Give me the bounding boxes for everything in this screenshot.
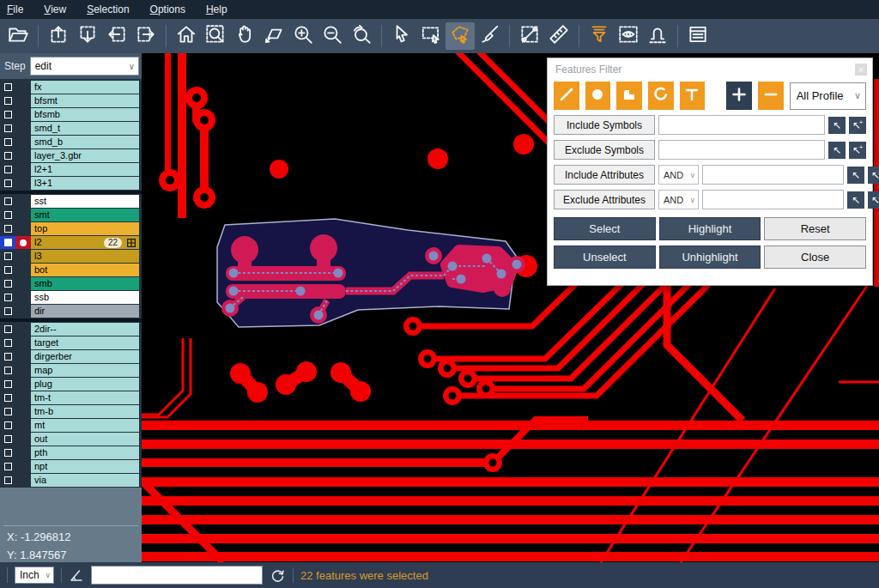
layer-row[interactable]: smt [0, 209, 142, 221]
grid-icon[interactable] [127, 239, 136, 247]
layer-row[interactable]: fx [0, 81, 142, 94]
sync-icon[interactable] [270, 567, 286, 584]
layer-visibility-checkbox[interactable] [0, 236, 15, 249]
layer-row[interactable]: npt [0, 460, 142, 473]
layer-visibility-checkbox[interactable] [0, 222, 15, 235]
import-right-button[interactable] [131, 22, 161, 50]
layer-visibility-checkbox[interactable] [0, 264, 15, 276]
layer-row[interactable]: tm-b [0, 405, 142, 418]
menu-selection[interactable]: Selection [87, 3, 129, 15]
pick-from-canvas-button[interactable]: ↖ [847, 191, 864, 209]
layer-row[interactable]: plug [0, 378, 142, 391]
layer-row[interactable]: smd_t [0, 122, 142, 135]
filter-remove-mode-button[interactable] [758, 82, 784, 110]
layer-visibility-checkbox[interactable] [0, 378, 15, 391]
filter-text-button[interactable] [680, 82, 706, 110]
pick-add-from-canvas-button[interactable]: ↖+ [849, 142, 866, 159]
dialog-action-button[interactable]: Unhighlight [659, 246, 761, 269]
filter-row-label-button[interactable]: Exclude Symbols [554, 140, 655, 160]
and-or-select[interactable]: AND ∨ [658, 190, 699, 209]
dialog-title-bar[interactable]: Features Filter × [548, 58, 872, 80]
layer-row[interactable]: l3+1 [0, 177, 142, 190]
layer-row[interactable]: l3 [0, 250, 142, 263]
layer-row[interactable]: top [0, 222, 142, 235]
import-top-button[interactable] [44, 22, 73, 50]
import-left-button[interactable] [102, 22, 131, 50]
layer-row[interactable]: via [0, 474, 142, 487]
filter-pad-button[interactable] [585, 82, 611, 110]
layer-visibility-checkbox[interactable] [0, 419, 15, 432]
layers-panel-button[interactable] [683, 22, 712, 50]
layer-row[interactable]: layer_3.gbr [0, 149, 142, 162]
layer-visibility-checkbox[interactable] [0, 177, 15, 190]
layer-visibility-checkbox[interactable] [0, 474, 15, 487]
pick-from-canvas-button[interactable]: ↖ [828, 142, 846, 159]
layer-row[interactable]: bot [0, 264, 142, 276]
zoom-window-button[interactable] [201, 22, 230, 50]
dialog-action-button[interactable]: Unselect [554, 246, 656, 269]
measure-point-button[interactable] [515, 22, 544, 50]
filter-value-input[interactable] [702, 190, 844, 209]
layer-visibility-checkbox[interactable] [0, 81, 15, 94]
features-filter-button[interactable] [585, 22, 614, 50]
view-features-button[interactable] [614, 22, 643, 50]
zoom-in-button[interactable] [288, 22, 318, 50]
menu-file[interactable]: File [7, 3, 23, 15]
select-cursor-button[interactable] [387, 22, 416, 50]
layer-row[interactable]: smd_b [0, 136, 142, 149]
step-select[interactable]: edit ∨ [30, 57, 139, 76]
layer-row[interactable]: pth [0, 446, 142, 459]
layer-visibility-checkbox[interactable] [0, 350, 15, 363]
layer-row[interactable]: tm-t [0, 391, 142, 404]
layer-visibility-checkbox[interactable] [0, 364, 15, 377]
layer-row[interactable]: bfsmt [0, 94, 142, 107]
pick-add-from-canvas-button[interactable]: ↖+ [868, 167, 879, 184]
pick-add-from-canvas-button[interactable]: ↖+ [849, 117, 866, 134]
layer-visibility-checkbox[interactable] [0, 446, 15, 459]
polygon-select-button[interactable] [446, 22, 475, 50]
pick-from-canvas-button[interactable]: ↖ [847, 167, 864, 184]
layer-visibility-checkbox[interactable] [0, 108, 15, 121]
layer-row[interactable]: dir [0, 305, 142, 318]
menu-help[interactable]: Help [206, 3, 227, 15]
menu-options[interactable]: Options [150, 3, 185, 15]
layer-row[interactable]: l2+1 [0, 163, 142, 176]
drag-view-button[interactable] [259, 22, 288, 50]
angle-measure-icon[interactable] [69, 567, 84, 583]
layer-row[interactable]: bfsmb [0, 108, 142, 121]
layer-visibility-checkbox[interactable] [0, 277, 15, 290]
layer-visibility-checkbox[interactable] [0, 94, 15, 107]
layer-row[interactable]: target [0, 336, 142, 349]
clear-selection-button[interactable] [475, 22, 504, 50]
units-select[interactable]: Inch ∨ [15, 567, 54, 584]
and-or-select[interactable]: AND ∨ [658, 165, 699, 185]
layer-visibility-checkbox[interactable] [0, 195, 15, 208]
snap-button[interactable] [643, 22, 672, 50]
layer-row[interactable]: sst [0, 195, 142, 208]
filter-surface-button[interactable] [616, 82, 642, 110]
layer-row[interactable]: 2dir-- [0, 323, 142, 336]
filter-row-label-button[interactable]: Exclude Attributes [554, 190, 655, 209]
profile-select[interactable]: All Profile ∨ [790, 82, 866, 110]
close-icon[interactable]: × [855, 64, 867, 76]
zoom-out-button[interactable] [318, 22, 347, 50]
layer-row[interactable]: map [0, 364, 142, 377]
filter-add-mode-button[interactable] [726, 82, 752, 110]
layer-row[interactable]: smb [0, 277, 142, 290]
layer-visibility-checkbox[interactable] [0, 405, 15, 418]
home-view-button[interactable] [172, 22, 201, 50]
filter-line-button[interactable] [554, 82, 579, 110]
layer-visibility-checkbox[interactable] [0, 305, 15, 318]
ruler-button[interactable] [544, 22, 573, 50]
layer-visibility-checkbox[interactable] [0, 460, 15, 473]
layer-visibility-checkbox[interactable] [0, 209, 15, 221]
layer-visibility-checkbox[interactable] [0, 149, 15, 162]
layer-visibility-checkbox[interactable] [0, 122, 15, 135]
pick-add-from-canvas-button[interactable]: ↖+ [868, 191, 879, 209]
zoom-previous-button[interactable] [347, 22, 376, 50]
open-button[interactable] [3, 22, 33, 50]
layer-row[interactable]: mt [0, 419, 142, 432]
layer-visibility-checkbox[interactable] [0, 323, 15, 336]
layer-row[interactable]: out [0, 433, 142, 446]
filter-value-input[interactable] [658, 140, 825, 160]
